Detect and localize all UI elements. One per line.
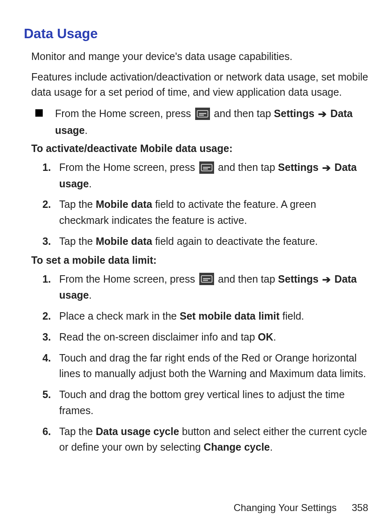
text-fragment: . (89, 289, 92, 301)
intro-paragraph-1: Monitor and mange your device's data usa… (31, 49, 368, 64)
step-item: 2. Tap the Mobile data field to activate… (31, 196, 368, 228)
step-number: 6. (31, 424, 51, 456)
step-number: 3. (31, 233, 51, 249)
step-list-1: 1. From the Home screen, press and then … (31, 159, 368, 249)
step-body: Tap the Data usage cycle button and sele… (59, 424, 368, 456)
text-fragment: . (270, 441, 273, 453)
bold-text: Change cycle (204, 441, 270, 453)
bold-text: OK (258, 331, 274, 343)
subheading: To set a mobile data limit: (31, 254, 368, 266)
bold-text: Set mobile data limit (180, 310, 279, 322)
bullet-list: From the Home screen, press and then tap… (31, 105, 368, 138)
text-fragment: . (85, 124, 88, 136)
text-fragment: and then tap (214, 108, 274, 119)
svg-rect-3 (199, 115, 204, 116)
menu-icon (199, 273, 214, 285)
step-body: Touch and drag the far right ends of the… (59, 350, 368, 382)
step-body: Tap the Mobile data field again to deact… (59, 233, 368, 249)
footer-page-number: 358 (352, 502, 368, 513)
step-number: 2. (31, 308, 51, 324)
step-list-2: 1. From the Home screen, press and then … (31, 271, 368, 456)
step-body: Read the on-screen disclaimer info and t… (59, 329, 368, 345)
step-item: 6. Tap the Data usage cycle button and s… (31, 424, 368, 456)
bold-text: Settings (274, 108, 315, 119)
intro-paragraph-2: Features include activation/deactivation… (31, 69, 368, 99)
step-body: From the Home screen, press and then tap… (59, 159, 368, 192)
text-fragment: From the Home screen, press (55, 108, 194, 119)
text-fragment: Tap the (59, 198, 96, 210)
step-item: 1. From the Home screen, press and then … (31, 271, 368, 304)
svg-rect-7 (203, 168, 208, 170)
subheading: To activate/deactivate Mobile data usage… (31, 143, 368, 154)
page-footer: Changing Your Settings 358 (233, 502, 368, 514)
step-number: 3. (31, 329, 51, 345)
step-number: 1. (31, 271, 51, 304)
svg-rect-11 (203, 280, 208, 281)
step-body: Touch and drag the bottom grey vertical … (59, 387, 368, 419)
step-item: 3. Read the on-screen disclaimer info an… (31, 329, 368, 345)
bold-text: Mobile data (96, 235, 152, 247)
step-item: 1. From the Home screen, press and then … (31, 159, 368, 192)
bold-text: Data usage cycle (96, 426, 179, 437)
step-item: 3. Tap the Mobile data field again to de… (31, 233, 368, 249)
step-number: 1. (31, 159, 51, 192)
bold-text: Mobile data (96, 198, 152, 210)
text-fragment: Tap the (59, 426, 96, 437)
step-number: 5. (31, 387, 51, 419)
text-fragment: field. (279, 310, 304, 322)
svg-rect-2 (199, 113, 206, 114)
bullet-item: From the Home screen, press and then tap… (31, 105, 368, 138)
text-fragment: and then tap (218, 161, 278, 173)
step-item: 5. Touch and drag the bottom grey vertic… (31, 387, 368, 419)
step-body: From the Home screen, press and then tap… (59, 271, 368, 304)
step-number: 2. (31, 196, 51, 228)
text-fragment: . (89, 178, 92, 189)
text-fragment: . (273, 331, 276, 343)
step-item: 2. Place a check mark in the Set mobile … (31, 308, 368, 324)
bold-text: Settings (278, 273, 319, 285)
step-number: 4. (31, 350, 51, 382)
step-body: Tap the Mobile data field to activate th… (59, 196, 368, 228)
step-item: 4. Touch and drag the far right ends of … (31, 350, 368, 382)
text-fragment: From the Home screen, press (59, 273, 198, 285)
svg-rect-6 (203, 167, 210, 168)
square-bullet-icon (35, 109, 43, 117)
step-body: Place a check mark in the Set mobile dat… (59, 308, 368, 324)
menu-icon (199, 161, 214, 174)
text-fragment: Read the on-screen disclaimer info and t… (59, 331, 258, 343)
text-fragment: field again to deactivate the feature. (152, 235, 318, 247)
arrow-right-icon: ➔ (322, 160, 331, 176)
svg-rect-10 (203, 278, 210, 279)
text-fragment: From the Home screen, press (59, 161, 198, 173)
arrow-right-icon: ➔ (322, 272, 331, 288)
page-title: Data Usage (24, 26, 368, 41)
menu-icon (195, 108, 210, 120)
footer-section-title: Changing Your Settings (233, 502, 337, 513)
text-fragment: and then tap (218, 273, 278, 285)
text-fragment: Place a check mark in the (59, 310, 180, 322)
bullet-body: From the Home screen, press and then tap… (55, 105, 368, 138)
text-fragment: Tap the (59, 235, 96, 247)
bold-text: Settings (278, 161, 319, 173)
arrow-right-icon: ➔ (318, 106, 327, 122)
